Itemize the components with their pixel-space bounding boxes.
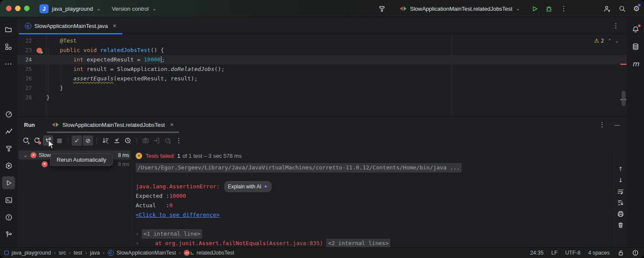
editor-tab-bar: C SlowApplicationMainTest.java ✕ ⋮ (17, 17, 627, 34)
error-analysis-icon[interactable] (632, 249, 639, 256)
run-tool-icon-active[interactable] (2, 176, 15, 189)
expand-chevron-icon[interactable]: ⌄ (23, 152, 28, 158)
prev-problem-icon[interactable]: ⌃ (608, 36, 611, 46)
toolbar-separator (68, 137, 68, 144)
test-failed-icon: ✕ (30, 152, 36, 158)
test-suite-label[interactable]: Slow (39, 152, 51, 158)
down-stack-trace-icon[interactable]: ↓ (618, 177, 623, 184)
sort-by-duration-button[interactable] (100, 135, 111, 146)
print-icon[interactable] (617, 210, 624, 218)
stack-frame-location[interactable]: (Assert.java:835) (266, 239, 323, 248)
endpoints-chart-icon[interactable] (2, 125, 15, 138)
line-ending-indicator[interactable]: LF (551, 250, 558, 256)
screenshot-button[interactable] (140, 135, 151, 146)
debug-button[interactable] (545, 5, 553, 13)
indent-indicator[interactable]: 4 spaces (588, 250, 610, 256)
services-tool-icon[interactable] (2, 159, 15, 172)
hide-panel-icon[interactable]: — (614, 122, 620, 128)
editor-tab-filename[interactable]: SlowApplicationMainTest.java (34, 23, 108, 29)
right-tool-strip: m (627, 17, 644, 247)
project-tool-icon[interactable] (2, 23, 15, 36)
rerun-button[interactable] (21, 135, 31, 146)
actual-value: 0 (169, 201, 173, 210)
close-window-button[interactable] (6, 6, 12, 11)
maven-tool-icon[interactable]: m (629, 57, 642, 70)
expected-value: 10000 (169, 191, 186, 201)
close-run-tab-icon[interactable]: ✕ (170, 122, 174, 128)
show-ignored-toggle[interactable]: ⊘ (83, 135, 93, 146)
minimize-window-button[interactable] (15, 6, 21, 11)
run-configuration-name[interactable]: SlowApplicationMainTest.relatedJobsTest (410, 6, 512, 12)
terminal-tool-icon[interactable] (2, 194, 15, 206)
editor-options-icon[interactable]: ⋮ (613, 22, 619, 30)
breadcrumb-item[interactable]: src (59, 250, 66, 256)
junit-test-icon (52, 123, 59, 127)
editor-tab-active[interactable]: C SlowApplicationMainTest.java ✕ (19, 17, 122, 34)
project-menu[interactable]: java_playground (52, 6, 93, 12)
database-tool-icon[interactable] (629, 40, 642, 53)
code-line: 25 int result = SlowApplication.doRelate… (17, 64, 627, 74)
chevron-down-icon: ⌄ (152, 6, 156, 11)
close-tab-icon[interactable]: ✕ (112, 23, 116, 29)
show-passed-toggle[interactable]: ✓ (72, 135, 82, 146)
see-difference-link[interactable]: <Click to see difference> (136, 210, 220, 220)
structure-tool-icon[interactable] (2, 40, 15, 53)
breadcrumb-item[interactable]: relatedJobsTest (197, 250, 234, 256)
clear-console-icon[interactable] (617, 221, 624, 229)
build-tool-icon[interactable] (2, 142, 15, 155)
more-actions-icon[interactable]: ⋮ (561, 5, 568, 12)
expand-collapse-button[interactable] (112, 135, 122, 146)
scroll-to-end-icon[interactable] (617, 199, 624, 206)
test-failed-icon: ✕ (42, 161, 48, 167)
breadcrumb-item[interactable]: SlowApplicationMainTest (117, 250, 176, 256)
run-options-icon[interactable]: ⋮ (599, 121, 606, 129)
expand-stack-chevron-icon[interactable]: › (136, 239, 142, 248)
failed-test-gutter-icon[interactable] (36, 48, 42, 53)
run-tab-label[interactable]: SlowApplicationMainTest.relatedJobsTest (62, 122, 164, 128)
search-everywhere-icon[interactable] (618, 5, 626, 13)
editor-scrollbar[interactable] (622, 91, 626, 106)
jvm-command-line[interactable]: /Users/Egor.Sergeev/Library/Java/JavaVir… (136, 163, 462, 172)
project-icon[interactable]: J (39, 4, 49, 13)
toolbar-more-icon[interactable]: ⋮ (174, 135, 184, 146)
coverage-button[interactable] (163, 135, 173, 146)
build-hammer-icon[interactable] (378, 5, 386, 13)
more-tool-windows-icon[interactable]: ⋯ (2, 57, 15, 70)
settings-gear-icon[interactable]: ⚙ (633, 4, 640, 13)
internal-lines-chip[interactable]: <2 internal lines> (326, 239, 390, 248)
caret-position[interactable]: 24:35 (530, 250, 544, 256)
soft-wrap-icon[interactable] (617, 188, 624, 195)
up-stack-trace-icon[interactable]: ↑ (618, 166, 623, 173)
expand-stack-chevron-icon[interactable]: › (136, 229, 142, 239)
run-configuration-widget[interactable]: SlowApplicationMainTest.relatedJobsTest … (400, 6, 520, 12)
unlocked-icon[interactable] (617, 249, 624, 256)
attach-button[interactable] (152, 135, 162, 146)
test-console[interactable]: ✕ Tests failed: 1 of 1 test – 3 sec 578 … (132, 148, 614, 248)
breadcrumb-item[interactable]: java_playground (12, 250, 51, 256)
git-branch-icon[interactable] (2, 228, 15, 241)
error-stripe-mark[interactable] (620, 64, 626, 65)
profiler-tool-icon[interactable] (2, 108, 15, 120)
breadcrumb-item[interactable]: test (73, 250, 82, 256)
explain-with-ai-button[interactable]: Explain with AI ✦ (224, 181, 272, 192)
run-tab[interactable]: SlowApplicationMainTest.relatedJobsTest … (47, 117, 179, 133)
vcs-menu[interactable]: Version control (112, 6, 149, 12)
java-class-icon: C (25, 23, 31, 29)
breadcrumb-item[interactable]: java (90, 250, 100, 256)
console-output[interactable]: /Users/Egor.Sergeev/Library/Java/JavaVir… (132, 163, 614, 248)
rerun-failed-tests-button[interactable] (32, 135, 42, 146)
run-button[interactable] (531, 5, 539, 13)
zoom-window-button[interactable] (24, 6, 30, 11)
next-problem-icon[interactable]: ⌄ (615, 36, 618, 46)
test-history-button[interactable] (123, 135, 133, 146)
java-class-icon: C (108, 250, 114, 256)
code-editor[interactable]: 22 @Test 23 public void relatedJobsTest(… (17, 34, 627, 116)
notifications-bell-icon[interactable] (629, 23, 642, 36)
status-bar: java_playground › src › test › java › C … (0, 247, 644, 258)
problems-tool-icon[interactable] (2, 211, 15, 224)
settings-notification-dot (638, 4, 641, 6)
code-with-me-icon[interactable] (603, 5, 611, 13)
internal-lines-chip[interactable]: <1 internal line> (142, 229, 202, 239)
inspections-widget[interactable]: ⚠ 2 ⌃ ⌄ (594, 36, 618, 46)
encoding-indicator[interactable]: UTF-8 (565, 250, 580, 256)
